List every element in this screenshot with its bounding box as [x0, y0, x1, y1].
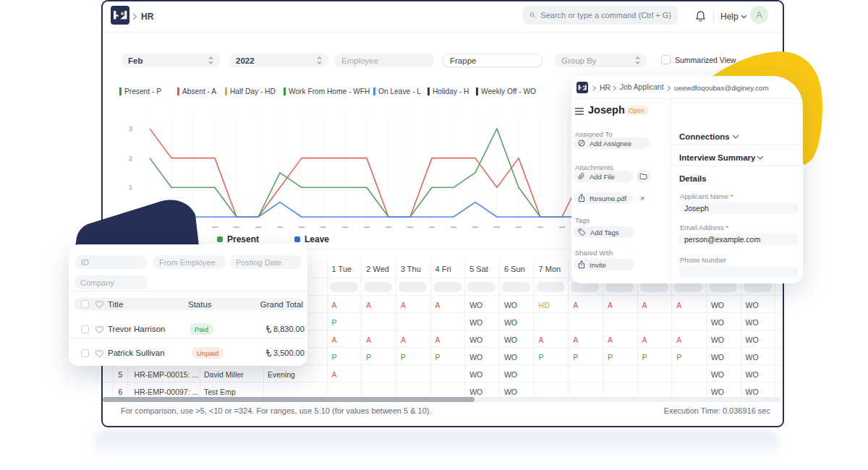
- svg-text:1: 1: [129, 184, 132, 191]
- svg-text:2: 2: [129, 155, 132, 162]
- svg-text:3: 3: [129, 125, 132, 132]
